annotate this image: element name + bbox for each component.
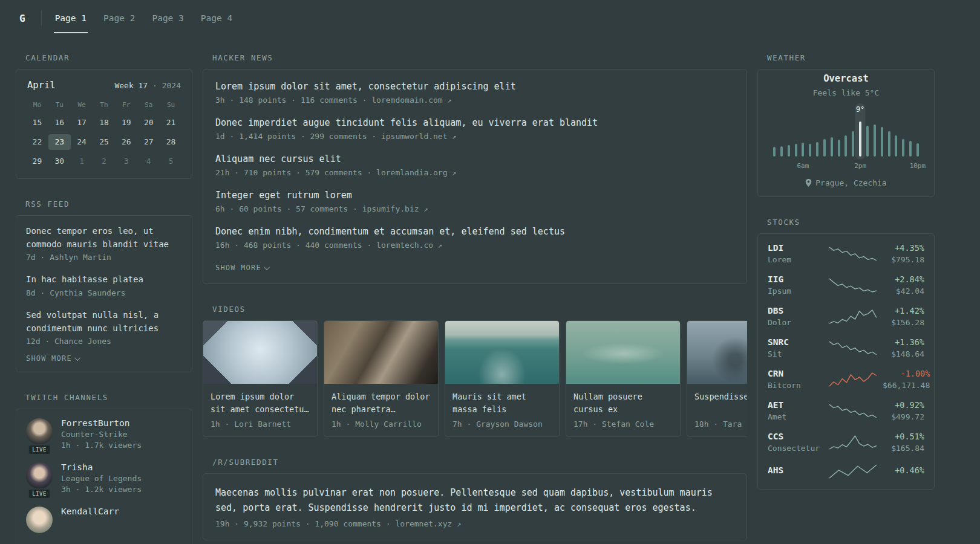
tab-page-3[interactable]: Page 3 — [151, 13, 185, 23]
calendar-day: 22 — [26, 134, 48, 150]
reddit-post-meta: 19h · 9,932 points · 1,090 comments · lo… — [215, 519, 734, 528]
stocks-section-title: STOCKS — [767, 218, 935, 227]
rss-item-title[interactable]: Donec tempor eros leo, ut commodo mauris… — [26, 226, 169, 249]
stock-ticker: CCS — [768, 432, 823, 441]
hn-story-title[interactable]: Lorem ipsum dolor sit amet, consectetur … — [215, 81, 734, 92]
video-meta: 1h · Lori Barnett — [211, 419, 310, 429]
stock-change: +1.42% — [883, 306, 924, 316]
channel-name[interactable]: KendallCarr — [61, 507, 119, 516]
weather-location-row: Prague, Czechia — [768, 178, 924, 187]
hn-story-title[interactable]: Donec enim nibh, condimentum et accumsan… — [215, 226, 734, 237]
hn-story-link[interactable]: ipsumworld.net ↗ — [381, 132, 457, 141]
channel-game[interactable]: League of Legends — [61, 474, 142, 483]
video-card[interactable]: Nullam posuere cursus ex 17h · Stefan Co… — [566, 320, 681, 437]
stock-change: +0.92% — [883, 400, 924, 410]
weather-location: Prague, Czechia — [815, 178, 886, 187]
calendar-day: 29 — [26, 154, 48, 169]
tab-page-1[interactable]: Page 1 — [54, 13, 88, 23]
weather-time-labels: 6am2pm10pm — [771, 162, 921, 170]
stock-name: Sit — [768, 349, 823, 358]
hn-story-title[interactable]: Donec imperdiet augue tincidunt felis al… — [215, 117, 734, 128]
hn-story-meta: 21h · 710 points · 579 comments · loreml… — [215, 168, 734, 177]
stock-name: Ipsum — [768, 287, 823, 296]
video-card[interactable]: Lorem ipsum dolor sit amet consectetu… 1… — [203, 320, 318, 437]
hackernews-section-title: HACKER NEWS — [212, 53, 747, 62]
rss-item-title[interactable]: In hac habitasse platea — [26, 274, 143, 284]
hn-show-more-button[interactable]: SHOW MORE — [215, 264, 270, 272]
stocks-section: STOCKS LDILorem +4.35%$795.18 IIGIpsum +… — [757, 218, 935, 490]
channel-name[interactable]: Trisha — [61, 462, 142, 472]
hn-story-link[interactable]: ipsumify.biz ↗ — [362, 204, 428, 213]
rss-section: RSS FEED Donec tempor eros leo, ut commo… — [16, 199, 192, 372]
videos-section: VIDEOS Lorem ipsum dolor sit amet consec… — [203, 305, 747, 437]
external-link-icon: ↗ — [457, 520, 461, 528]
subreddit-section-title: /R/SUBREDDIT — [212, 458, 747, 467]
stock-sparkline — [829, 434, 877, 451]
hn-story-link[interactable]: loremtech.co ↗ — [376, 241, 442, 250]
chevron-down-icon — [74, 355, 80, 361]
stock-row[interactable]: SNRCSit +1.36%$148.64 — [768, 337, 924, 358]
hn-story-title[interactable]: Integer eget rutrum lorem — [215, 190, 734, 201]
twitch-channel-row[interactable]: LIVE Trisha League of Legends 3h · 1.2k … — [26, 462, 182, 496]
hn-story-stats: 1d · 1,414 points · 299 comments · — [215, 132, 376, 141]
channel-name[interactable]: ForrestBurton — [61, 418, 142, 428]
stock-ticker: IIG — [768, 274, 823, 284]
left-column: CALENDAR April Week 17 · 2024 Mo Tu We T… — [16, 36, 192, 544]
page-tabs: Page 1 Page 2 Page 3 Page 4 — [54, 0, 234, 36]
calendar-day: 17 — [71, 115, 93, 131]
hackernews-section: HACKER NEWS Lorem ipsum dolor sit amet, … — [203, 53, 747, 284]
stock-row[interactable]: LDILorem +4.35%$795.18 — [768, 243, 924, 264]
channel-viewers: 3h · 1.2k viewers — [61, 485, 142, 494]
stock-row[interactable]: AHS +0.46% — [768, 463, 924, 480]
external-link-icon: ↗ — [452, 169, 456, 177]
right-column: WEATHER Overcast Feels like 5°C 9° 6am2p… — [757, 36, 935, 490]
twitch-channel-row[interactable]: LIVE ForrestBurton Counter-Strike 1h · 1… — [26, 418, 182, 452]
hn-story-link[interactable]: loremdomain.com ↗ — [371, 96, 451, 105]
rss-item-title[interactable]: Sed volutpat nulla nisl, a condimentum n… — [26, 310, 158, 333]
twitch-channel-row[interactable]: KendallCarr — [26, 507, 182, 533]
calendar-day: 20 — [137, 115, 160, 131]
stock-change: +0.51% — [883, 432, 924, 441]
stock-row[interactable]: DBSDolor +1.42%$156.28 — [768, 306, 924, 327]
calendar-day-selected: 23 — [48, 134, 71, 150]
topbar-divider — [41, 10, 42, 26]
weather-section: WEATHER Overcast Feels like 5°C 9° 6am2p… — [757, 53, 935, 197]
avatar — [26, 507, 53, 533]
calendar-day: 15 — [26, 115, 48, 131]
stock-price: $42.04 — [883, 287, 924, 296]
stock-row[interactable]: AETAmet +0.92%$499.72 — [768, 400, 924, 421]
calendar-section: CALENDAR April Week 17 · 2024 Mo Tu We T… — [16, 53, 192, 179]
weather-chart: 9° — [771, 119, 921, 157]
weekday-header: We — [71, 99, 93, 111]
app-logo: G — [16, 13, 29, 24]
channel-info: ForrestBurton Counter-Strike 1h · 1.7k v… — [61, 418, 142, 452]
video-card[interactable]: Aliquam tempor dolor nec pharetra… 1h · … — [324, 320, 439, 437]
reddit-post-title[interactable]: Maecenas mollis pulvinar erat non posuer… — [215, 485, 734, 516]
calendar-day: 25 — [93, 134, 116, 150]
stock-row[interactable]: IIGIpsum +2.84%$42.04 — [768, 274, 924, 296]
weekday-header: Su — [160, 99, 182, 111]
topbar: G Page 1 Page 2 Page 3 Page 4 — [0, 0, 980, 36]
calendar-day: 18 — [93, 115, 116, 131]
rss-show-more-button[interactable]: SHOW MORE — [26, 354, 80, 363]
hn-story-link[interactable]: loremlandia.org ↗ — [376, 168, 456, 177]
twitch-section: TWITCH CHANNELS LIVE ForrestBurton Count… — [16, 393, 192, 544]
tab-page-2[interactable]: Page 2 — [102, 13, 136, 23]
hn-story-title[interactable]: Aliquam nec cursus elit — [215, 154, 734, 164]
video-card[interactable]: Suspendisse diam 18h · Tara — [687, 320, 747, 437]
video-meta: 7h · Grayson Dawson — [452, 419, 552, 429]
hn-story: Donec imperdiet augue tincidunt felis al… — [215, 117, 734, 141]
reddit-post-link[interactable]: loremnet.xyz ↗ — [395, 519, 461, 528]
stock-row[interactable]: CCSConsectetur +0.51%$165.84 — [768, 432, 924, 453]
video-card[interactable]: Mauris sit amet massa felis 7h · Grayson… — [445, 320, 560, 437]
tab-page-4[interactable]: Page 4 — [200, 13, 234, 23]
stock-sparkline — [829, 403, 877, 419]
stock-price: $156.28 — [883, 318, 924, 327]
reddit-post-domain: loremnet.xyz — [395, 519, 452, 528]
hn-story-stats: 16h · 468 points · 440 comments · — [215, 241, 371, 250]
video-thumbnail — [687, 321, 747, 384]
calendar-section-title: CALENDAR — [25, 53, 192, 62]
hn-story-stats: 21h · 710 points · 579 comments · — [215, 168, 371, 177]
stock-row[interactable]: CRNBitcorn -1.00%$66,171.48 — [768, 369, 924, 390]
channel-game[interactable]: Counter-Strike — [61, 430, 142, 439]
